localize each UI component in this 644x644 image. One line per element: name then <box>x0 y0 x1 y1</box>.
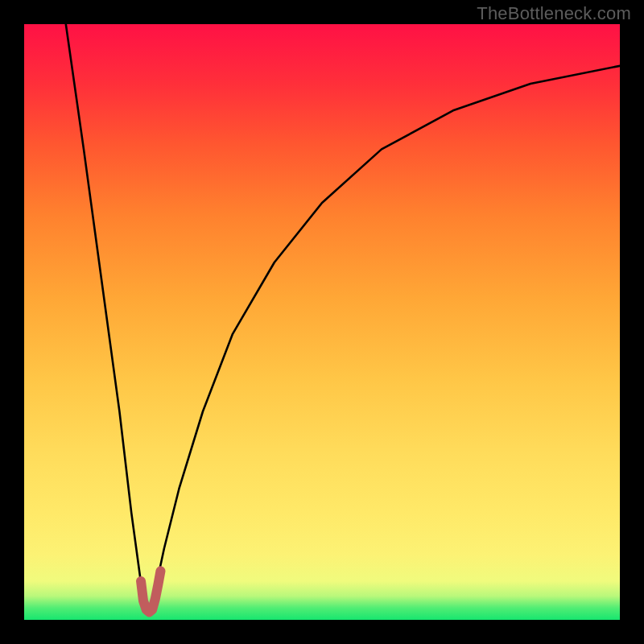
chart-frame: TheBottleneck.com <box>0 0 644 644</box>
bottleneck-curve <box>66 24 620 614</box>
curve-layer <box>24 24 620 620</box>
plot-area <box>24 24 620 620</box>
watermark-text: TheBottleneck.com <box>477 3 631 24</box>
valley-marker <box>141 571 160 612</box>
